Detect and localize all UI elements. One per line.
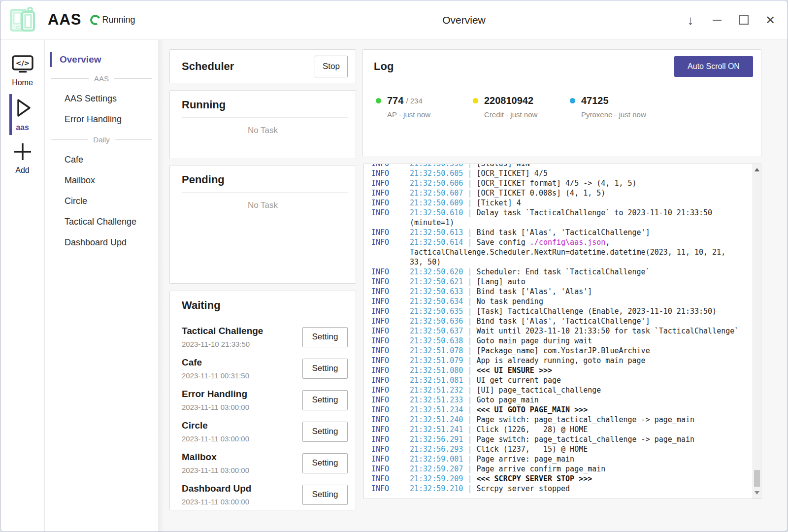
running-empty-text: No Task: [170, 126, 356, 135]
log-line: INFO21:32:50.633 | Bind task ['Alas', 'A…: [364, 287, 753, 297]
log-time: 21:32:51.233: [410, 396, 463, 404]
divider: [51, 78, 89, 79]
nav-group: Daily CafeMailboxCircleTactical Challeng…: [45, 130, 158, 253]
log-level: INFO: [371, 444, 389, 454]
log-time: 21:32:51.079: [410, 356, 463, 365]
log-line: INFO21:32:51.078 | [Package_name] com.Yo…: [364, 346, 753, 356]
log-message: Page arrive: page_main: [476, 455, 574, 464]
nav-item-error-handling[interactable]: Error Handling: [45, 109, 158, 130]
icon-rail: </> Home aas Add: [0, 40, 45, 532]
log-line: INFO21:32:50.620 | Scheduler: End task `…: [364, 267, 753, 277]
stat-value: 774: [387, 95, 403, 106]
log-scrollbar[interactable]: [753, 164, 761, 499]
log-time: 21:32:50.620: [410, 267, 463, 276]
task-setting-button[interactable]: Setting: [302, 485, 348, 505]
nav-group-items: CafeMailboxCircleTactical ChallengeDashb…: [45, 149, 158, 253]
log-message: Bind task ['Alas', 'TacticalChallenge']: [476, 228, 650, 237]
task-nav: Overview AAS AAS SettingsError Handling …: [45, 40, 158, 532]
waiting-task-row: Circle 2023-11-11 03:00:00 Setting: [182, 416, 348, 447]
log-message: Bind task ['Alas', 'Alas']: [476, 287, 592, 296]
waiting-task-row: Mailbox 2023-11-11 03:00:00 Setting: [182, 447, 348, 479]
task-setting-button[interactable]: Setting: [302, 422, 348, 442]
stat-label: Credit - just now: [473, 110, 570, 119]
rail-item-home[interactable]: </> Home: [0, 50, 44, 92]
log-time: 21:32:50.607: [410, 189, 463, 198]
log-line: INFO21:32:51.080 | <<< UI ENSURE >>>: [364, 366, 753, 375]
task-next-run: 2023-11-11 03:00:00: [182, 466, 249, 474]
log-time: 21:32:50.638: [410, 336, 463, 345]
nav-item-tactical-challenge[interactable]: Tactical Challenge: [45, 211, 158, 232]
task-next-run: 2023-11-11 03:00:00: [182, 403, 249, 411]
log-message: [Ticket] 4: [476, 199, 521, 207]
running-panel: Running No Task: [169, 90, 356, 159]
rail-item-label: Add: [0, 166, 44, 175]
app-title: AAS: [48, 11, 81, 29]
log-message: Goto page_main: [476, 396, 538, 404]
task-setting-button[interactable]: Setting: [302, 359, 348, 379]
log-level: INFO: [371, 164, 389, 168]
log-time: 21:32:50.636: [410, 317, 463, 326]
log-level: INFO: [371, 434, 389, 444]
nav-scrollbar-gutter[interactable]: [158, 40, 166, 532]
task-setting-button[interactable]: Setting: [302, 327, 348, 347]
rail-item-aas[interactable]: aas: [0, 92, 44, 137]
pending-empty-text: No Task: [170, 200, 356, 210]
log-level: INFO: [371, 178, 389, 188]
log-level: INFO: [371, 405, 389, 415]
log-level: INFO: [371, 484, 389, 494]
log-line: INFO21:32:59.209 | <<< SCRCPY SERVER STO…: [364, 474, 753, 484]
log-line: INFO21:32:50.613 | Bind task ['Alas', 'T…: [364, 228, 753, 237]
maximize-button[interactable]: [730, 5, 757, 35]
log-console[interactable]: INFO21:32:50.598 | [Status] WININFO21:32…: [363, 164, 761, 499]
log-line: INFO21:32:50.634 | No task pending: [364, 297, 753, 306]
task-next-run: 2023-11-11 00:31:50: [182, 371, 249, 380]
task-name: Cafe: [182, 357, 249, 368]
log-level: INFO: [371, 366, 389, 375]
nav-groups: AAS AAS SettingsError Handling Daily Caf…: [45, 68, 158, 253]
divider: [182, 117, 348, 118]
nav-item-circle[interactable]: Circle: [45, 191, 158, 211]
scroll-up-icon[interactable]: [755, 168, 759, 171]
nav-item-aas-settings[interactable]: AAS Settings: [45, 88, 158, 109]
waiting-task-list: Tactical Challenge 2023-11-10 21:33:50 S…: [170, 318, 356, 510]
status-dot-icon: [570, 98, 575, 103]
rail-item-add[interactable]: Add: [0, 137, 44, 180]
log-time: 21:32:51.232: [410, 386, 463, 395]
auto-scroll-toggle[interactable]: Auto Scroll ON: [674, 56, 753, 77]
log-level: INFO: [371, 346, 389, 356]
log-time: 21:32:59.209: [410, 474, 463, 483]
pending-title: Pending: [182, 173, 344, 186]
code-monitor-icon: </>: [11, 68, 34, 76]
nav-item-cafe[interactable]: Cafe: [45, 149, 158, 170]
log-line: INFO21:32:50.638 | Goto main page during…: [364, 336, 753, 346]
log-level: INFO: [371, 188, 389, 198]
scroll-down-icon[interactable]: [755, 491, 759, 495]
task-next-run: 2023-11-11 03:00:00: [182, 434, 249, 443]
status-dot-icon: [376, 98, 381, 103]
log-time: 21:32:50.634: [410, 297, 463, 306]
log-message: [OCR_TICKET format] 4/5 -> (4, 1, 5): [476, 179, 636, 188]
log-line: INFO21:32:50.621 | [Lang] auto: [364, 277, 753, 287]
task-setting-button[interactable]: Setting: [302, 390, 348, 410]
log-title: Log: [374, 60, 394, 73]
update-download-button[interactable]: ↓: [677, 5, 704, 35]
running-status: Running: [102, 15, 135, 25]
log-message: [Status] WIN: [476, 164, 529, 168]
task-info: Cafe 2023-11-11 00:31:50: [182, 357, 249, 380]
log-line: INFO21:32:50.637 | Wait until 2023-11-10…: [364, 326, 753, 336]
minimize-button[interactable]: [704, 5, 730, 35]
scrollbar-thumb[interactable]: [754, 470, 760, 487]
log-time: 21:32:51.241: [410, 425, 463, 434]
log-line: INFO21:32:51.079 | App is already runnin…: [364, 356, 753, 366]
nav-item-dashboard-upd[interactable]: Dashboard Upd: [45, 232, 158, 253]
app-window: AAS Running Overview ↓ ✕ </> Home: [0, 0, 788, 532]
log-time: 21:32:50.635: [410, 307, 463, 316]
waiting-panel: Waiting Tactical Challenge 2023-11-10 21…: [169, 291, 356, 510]
task-setting-button[interactable]: Setting: [302, 453, 348, 473]
nav-item-overview[interactable]: Overview: [45, 51, 158, 68]
nav-item-mailbox[interactable]: Mailbox: [45, 170, 158, 191]
close-button[interactable]: ✕: [757, 5, 784, 35]
task-info: Error Handling 2023-11-11 03:00:00: [182, 389, 249, 411]
log-message: Page switch: page_tactical_challenge -> …: [476, 435, 694, 444]
stop-button[interactable]: Stop: [315, 56, 348, 77]
